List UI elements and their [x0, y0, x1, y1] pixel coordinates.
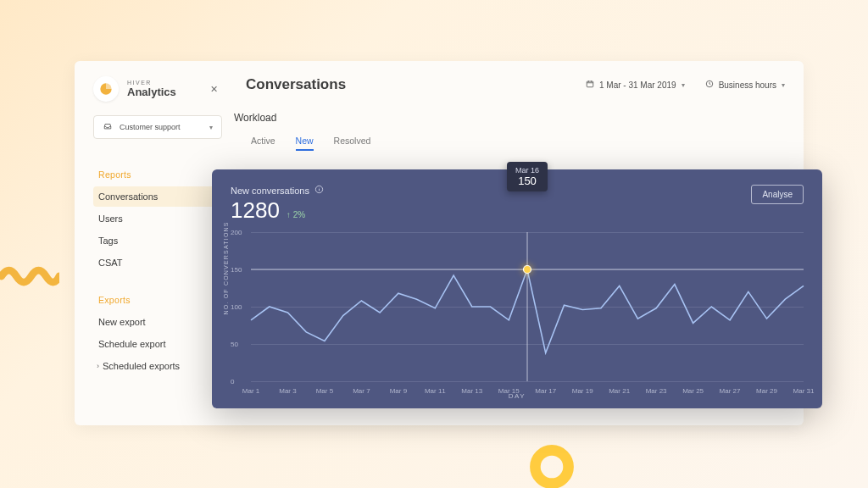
nav-item-users[interactable]: Users: [93, 208, 222, 229]
hours-mode-picker[interactable]: Business hours ▾: [705, 80, 785, 90]
brand-small: HIVER: [127, 80, 176, 86]
y-tick: 100: [231, 303, 242, 311]
tooltip-label: Mar 16: [515, 166, 539, 175]
x-tick: Mar 27: [720, 387, 741, 395]
x-tick: Mar 3: [279, 387, 296, 395]
tooltip-value: 150: [515, 175, 539, 187]
chart-title: New conversations: [231, 186, 309, 196]
nav-item-schedule-export[interactable]: Schedule export: [93, 334, 222, 354]
svg-rect-1: [587, 81, 593, 87]
chart-delta: ↑ 2%: [287, 210, 305, 219]
decorative-squiggle: [0, 259, 59, 293]
x-tick: Mar 29: [756, 387, 777, 395]
nav-item-conversations[interactable]: Conversations: [93, 186, 222, 207]
chart-metric: 1280: [231, 197, 280, 224]
toolbar: 1 Mar - 31 Mar 2019 ▾ Business hours ▾: [586, 76, 785, 90]
nav-heading-reports: Reports: [93, 169, 222, 180]
x-tick: Mar 31: [793, 387, 815, 395]
y-tick: 50: [231, 341, 238, 348]
sidebar-nav: Reports Conversations Users Tags CSAT Ex…: [93, 169, 222, 376]
close-icon[interactable]: ✕: [210, 84, 222, 95]
x-tick: Mar 7: [353, 387, 370, 395]
y-tick: 0: [231, 378, 234, 385]
date-range-picker[interactable]: 1 Mar - 31 Mar 2019 ▾: [586, 80, 685, 90]
y-tick: 200: [231, 229, 242, 236]
hours-mode-label: Business hours: [719, 80, 776, 90]
sidebar: Customer support ▾ Reports Conversations…: [93, 115, 222, 378]
chevron-down-icon: ▾: [782, 81, 785, 89]
calendar-icon: [586, 80, 594, 90]
x-tick: Mar 1: [242, 387, 259, 395]
x-tick: Mar 19: [572, 387, 593, 395]
inbox-icon: [103, 122, 113, 132]
inbox-selector-label: Customer support: [120, 123, 181, 131]
info-icon[interactable]: [314, 185, 324, 196]
clock-icon: [705, 80, 714, 90]
brand-logo-icon: [93, 76, 119, 102]
x-tick: Mar 11: [425, 387, 446, 395]
nav-item-scheduled-exports[interactable]: ›Scheduled exports: [93, 356, 222, 376]
analyse-button[interactable]: Analyse: [751, 185, 804, 204]
nav-item-csat[interactable]: CSAT: [93, 252, 222, 273]
inbox-selector[interactable]: Customer support ▾: [93, 115, 222, 139]
nav-item-new-export[interactable]: New export: [93, 312, 222, 332]
x-tick: Mar 17: [535, 387, 556, 395]
x-tick: Mar 13: [461, 387, 482, 395]
tab-resolved[interactable]: Resolved: [334, 136, 371, 151]
nav-heading-exports: Exports: [93, 295, 222, 305]
brand: HIVER Analytics ✕: [93, 76, 222, 102]
x-tick: Mar 9: [390, 387, 407, 395]
grid-line: [251, 381, 804, 382]
x-tick: Mar 5: [316, 387, 333, 395]
tab-active[interactable]: Active: [251, 136, 275, 151]
tab-new[interactable]: New: [296, 136, 314, 151]
chevron-down-icon: ▾: [682, 81, 685, 89]
chevron-right-icon: ›: [97, 362, 99, 370]
svg-point-0: [536, 450, 569, 483]
hover-marker: [524, 266, 531, 274]
section-title: Workload: [234, 112, 785, 124]
page-title: Conversations: [246, 76, 346, 93]
chart-tooltip: Mar 16150: [507, 162, 548, 191]
date-range-label: 1 Mar - 31 Mar 2019: [599, 80, 676, 90]
tabs: Active New Resolved: [234, 136, 785, 151]
header: HIVER Analytics ✕ Conversations 1 Mar - …: [93, 76, 785, 102]
y-tick: 150: [231, 266, 242, 274]
nav-item-tags[interactable]: Tags: [93, 230, 222, 251]
brand-big: Analytics: [127, 86, 176, 98]
chart-card: New conversations 1280 ↑ 2% Analyse NO. …: [212, 169, 822, 408]
x-tick: Mar 23: [646, 387, 667, 395]
y-axis-label: NO. OF CONVERSATIONS: [223, 221, 229, 314]
chart-plot[interactable]: 050100150200Mar 1Mar 3Mar 5Mar 7Mar 9Mar…: [251, 232, 804, 381]
x-tick: Mar 15: [498, 387, 520, 395]
x-tick: Mar 21: [609, 387, 630, 395]
chevron-down-icon: ▾: [209, 124, 213, 131]
x-tick: Mar 25: [682, 387, 704, 395]
decorative-ring: [514, 437, 590, 488]
